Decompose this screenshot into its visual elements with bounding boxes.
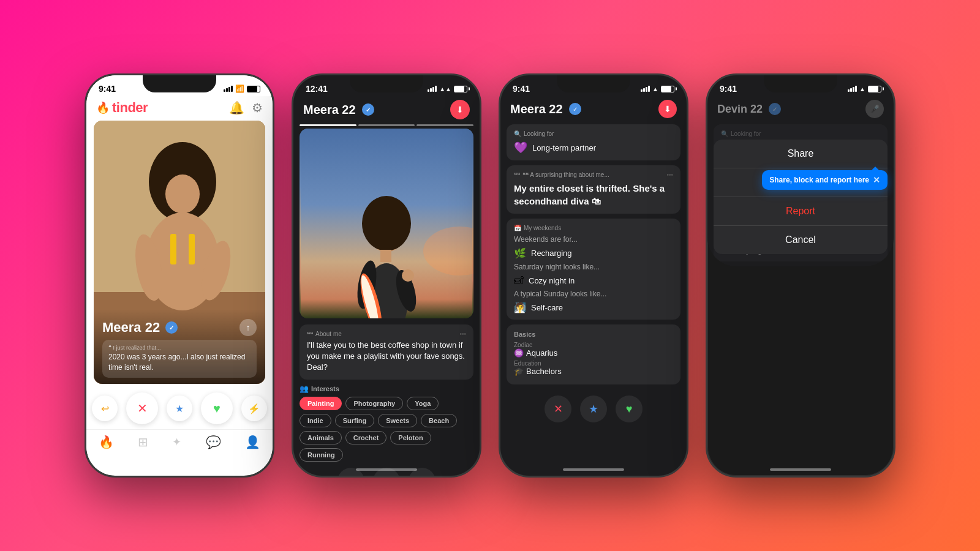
signal-icon	[224, 86, 233, 92]
p2-photo	[300, 129, 473, 318]
nope-button[interactable]: ✕	[126, 392, 158, 424]
share-block-tooltip: Share, block and report here ✕	[762, 170, 888, 190]
p2-action-row: ✕ ★ ♥	[293, 462, 480, 476]
cancel-button[interactable]: Cancel	[714, 226, 888, 254]
superlike-button[interactable]: ★	[167, 395, 192, 421]
p4-looking-label: 🔍 Looking for	[721, 130, 880, 137]
search-icon: 🔍	[514, 130, 521, 137]
p2-boost-button[interactable]: ⬇	[450, 100, 470, 119]
p2-tags-container: Painting Photography Yoga Indie Surfing …	[300, 397, 473, 462]
nav-profile[interactable]: 👤	[245, 435, 260, 449]
like-button[interactable]: ♥	[201, 392, 233, 424]
p4-time: 9:41	[720, 84, 737, 94]
p1-status-icons: 📶	[224, 84, 260, 93]
p2-about-label: ❝❝ ❝❝ About me About me •••	[307, 331, 466, 337]
svg-rect-5	[170, 234, 176, 264]
p1-status-bar: 9:41 📶	[86, 75, 273, 96]
p2-status-bar: 12:41 ▲▲	[293, 75, 480, 96]
p3-signal	[641, 86, 650, 92]
p3-header: Meera 22 ✓ ⬇	[500, 96, 687, 124]
p2-about-label-display: About me	[315, 331, 342, 337]
p2-like-button[interactable]: ♥	[409, 468, 435, 476]
p3-surprising-content: My entire closet is thrifted. She's a se…	[514, 182, 673, 208]
share-button[interactable]: Share	[714, 140, 888, 168]
p3-status-icons: ▲	[641, 86, 674, 92]
tag-crochet: Crochet	[345, 431, 387, 444]
p3-partner-text: Long-term partner	[532, 143, 596, 152]
progress-2	[358, 124, 415, 126]
p4-record-btn[interactable]: 🎤	[865, 100, 884, 118]
p3-wifi: ▲	[652, 86, 658, 92]
svg-point-20	[402, 269, 414, 282]
tag-painting: Painting	[300, 397, 342, 410]
p4-verified: ✓	[769, 103, 781, 115]
p1-name-row: Meera 22 ✓ ↑	[102, 319, 257, 336]
p1-profile-card[interactable]: Meera 22 ✓ ↑ ❝ I just realized that... 2…	[94, 121, 265, 384]
p3-star-button[interactable]: ★	[580, 395, 607, 422]
notification-icon[interactable]: 🔔	[229, 100, 244, 115]
p2-nope-button[interactable]: ✕	[337, 468, 364, 476]
p2-name-row: Meera 22 ✓	[303, 103, 374, 117]
phone-4-screen: 9:41 ▲ Devin 22 ✓ 🎤	[707, 75, 894, 266]
p2-name-text: Meera 22	[303, 103, 356, 117]
p3-zodiac-text: Aquarius	[526, 348, 557, 358]
p4-looking-text: Looking for	[731, 130, 761, 137]
p1-quote-section: ❝ I just realized that... 2020 was 3 yea…	[102, 340, 257, 378]
settings-icon[interactable]: ⚙	[252, 100, 263, 115]
p3-cozy-text: Cozy night in	[529, 276, 575, 285]
p2-wifi: ▲▲	[439, 86, 451, 92]
p1-boost-icon[interactable]: ↑	[239, 319, 257, 336]
p4-header: Devin 22 ✓ 🎤	[707, 96, 894, 124]
p3-nope-button[interactable]: ✕	[545, 395, 571, 422]
p3-name-row: Meera 22 ✓	[510, 102, 581, 116]
p3-saturday-label: Saturday night looks like...	[514, 263, 673, 271]
p2-about-section: ❝❝ ❝❝ About me About me ••• I'll take yo…	[300, 324, 473, 380]
svg-point-9	[165, 174, 200, 214]
p3-looking-for-card: 🔍 Looking for 💜 Long-term partner	[507, 124, 680, 160]
phone-2: 12:41 ▲▲ Meera 22 ✓	[292, 73, 481, 478]
p3-weekends-intro: Weekends are for...	[514, 235, 673, 244]
boost-button[interactable]: ⚡	[241, 395, 267, 421]
tooltip-close-btn[interactable]: ✕	[873, 175, 880, 185]
p1-header-actions: 🔔 ⚙	[229, 100, 263, 115]
p3-partner-icon: 💜	[514, 141, 527, 154]
interests-icon: 👥	[300, 384, 309, 393]
tooltip-arrow	[872, 167, 879, 170]
p3-basics-card: Basics Zodiac ♒ Aquarius Education 🎓 Bac…	[507, 324, 680, 384]
rewind-button[interactable]: ↩	[92, 395, 118, 421]
progress-1	[300, 124, 356, 126]
nav-sparkle[interactable]: ✦	[172, 435, 181, 449]
p3-action-buttons: ✕ ★ ♥	[500, 389, 687, 429]
p1-header: 🔥 tinder 🔔 ⚙	[86, 96, 273, 121]
p4-battery	[868, 86, 881, 92]
p4-status-bar: 9:41 ▲	[707, 75, 894, 96]
report-button[interactable]: Report	[714, 197, 888, 226]
p3-more-btn[interactable]: •••	[666, 171, 673, 178]
selfcare-icon: 🧖	[514, 302, 526, 313]
p3-weekends-label: 📅 My weekends	[514, 225, 673, 231]
p3-boost-btn[interactable]: ⬇	[658, 100, 677, 118]
p2-more-icon[interactable]: •••	[459, 331, 466, 337]
p3-edu-val: 🎓 Bachelors	[514, 367, 673, 376]
phone-1-screen: 9:41 📶 🔥 t	[86, 75, 273, 476]
svg-rect-6	[189, 234, 195, 264]
tooltip-text: Share, block and report here	[769, 176, 869, 184]
quote-icon: ❝❝	[307, 331, 313, 337]
nav-discover[interactable]: ⊞	[138, 435, 148, 449]
p3-verified: ✓	[569, 103, 581, 115]
p2-star-button[interactable]: ★	[373, 468, 400, 476]
p4-status-icons: ▲	[848, 86, 881, 92]
quote-marks: ❝❝	[514, 171, 520, 178]
tag-indie: Indie	[300, 414, 331, 427]
phones-container: 9:41 📶 🔥 t	[60, 49, 920, 502]
wifi-icon: 📶	[235, 84, 244, 93]
p3-weekends-card: 📅 My weekends Weekends are for... 🌿 Rech…	[507, 219, 680, 320]
p3-like-button[interactable]: ♥	[616, 395, 643, 422]
nav-message[interactable]: 💬	[206, 435, 221, 449]
p3-looking-value: 💜 Long-term partner	[514, 141, 673, 154]
progress-3	[417, 124, 473, 126]
nav-home[interactable]: 🔥	[99, 435, 114, 449]
tag-yoga: Yoga	[407, 397, 439, 410]
p3-edu-key: Education	[514, 360, 673, 367]
tag-running: Running	[300, 448, 343, 462]
